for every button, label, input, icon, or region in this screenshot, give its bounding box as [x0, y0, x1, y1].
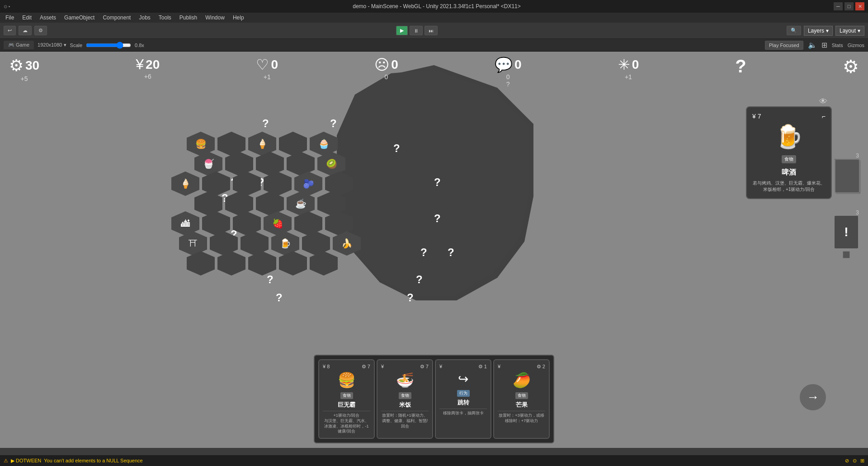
face-value: 0 [391, 57, 398, 72]
audio-icon[interactable]: 🔈 [808, 41, 817, 49]
hand-card-2-cost: ¥ [381, 364, 384, 370]
scale-label: Scale [70, 43, 83, 48]
hand-card-3-cost: ¥ [439, 364, 442, 370]
play-button[interactable]: ▶ [396, 26, 408, 35]
scale-slider[interactable] [86, 42, 131, 49]
status-icon-2[interactable]: ⊙ [853, 458, 857, 464]
stat-face: ☹ 0 0 [374, 56, 398, 88]
next-arrow-icon: → [807, 390, 819, 404]
resolution-selector[interactable]: 1920x1080 ▾ [38, 42, 66, 48]
stacked-cards-1[interactable]: 3 [834, 158, 859, 192]
gear-main-icon: ⚙ [9, 56, 24, 75]
card-cost-symbol: ¥ [752, 113, 756, 120]
card-cost: ¥ 7 ⌐ [752, 113, 826, 120]
menu-bar: File Edit Assets GameObject Component Jo… [0, 13, 868, 23]
menu-tools[interactable]: Tools [155, 14, 175, 22]
history-button[interactable]: ↩ [4, 26, 16, 35]
settings-small-button[interactable]: ⚙ [34, 26, 47, 35]
stats-top: ⚙ 30 +5 ¥ 20 +6 ♡ 0 +1 ☹ 0 [0, 56, 868, 88]
stats-button[interactable]: Stats [832, 43, 843, 48]
search-button[interactable]: 🔍 [787, 26, 801, 35]
stat-heart: ♡ 0 +1 [256, 56, 278, 88]
gear-plus: +5 [21, 75, 28, 82]
menu-publish[interactable]: Publish [176, 14, 201, 22]
layers-dropdown[interactable]: Layers ▾ [804, 26, 833, 36]
stat-help[interactable]: ? [735, 56, 746, 88]
cloud-button[interactable]: ☁ [19, 26, 32, 35]
gizmos-button[interactable]: Gizmos [848, 43, 864, 48]
layout-dropdown[interactable]: Layout ▾ [835, 26, 864, 36]
sun-icon: ✳ [618, 56, 630, 73]
svg-marker-1 [337, 70, 529, 296]
hand-card-4-desc: 放置时：+3驱动力，或移移除时：+7驱动力 [498, 413, 545, 423]
hand-card-mango[interactable]: ¥ ⚙ 2 🥭 食物 芒果 放置时：+3驱动力，或移移除时：+7驱动力 [493, 359, 550, 439]
sun-plus: +1 [625, 73, 632, 81]
hand-card-3-gear: ⚙ 1 [478, 364, 487, 370]
status-icon-1[interactable]: ⊘ [845, 458, 849, 464]
hex-cell-empty-24[interactable] [279, 251, 307, 276]
stat-sun: ✳ 0 +1 [618, 56, 639, 88]
card-name: 啤酒 [752, 168, 826, 177]
main-card[interactable]: ¥ 7 ⌐ 🍺 食物 啤酒 若与烤鸡、汉堡、巨无霸、爆米花、米饭相邻，+1驱动力… [746, 106, 832, 199]
step-button[interactable]: ⏭ [425, 26, 438, 35]
hex-cell-empty-23[interactable] [248, 251, 276, 276]
stacked-cards-2[interactable]: 3 ! [834, 215, 859, 258]
menu-assets[interactable]: Assets [36, 14, 60, 22]
menu-gameobject[interactable]: GameObject [61, 14, 98, 22]
display-icon[interactable]: ⊞ [821, 41, 827, 49]
scale-value: 0.8x [135, 43, 144, 48]
pause-button[interactable]: ⏸ [410, 26, 423, 35]
next-button[interactable]: → [798, 383, 827, 412]
hand-card-1-tag: 食物 [340, 392, 353, 399]
heart-plus: +1 [264, 73, 271, 81]
speech-value: 0 [514, 57, 522, 72]
game-tab-icon: 🎮 [8, 42, 14, 48]
settings-icon: ⚙ [843, 56, 859, 77]
card-eye-icon[interactable]: 👁 [746, 97, 832, 106]
face-plus: 0 [385, 73, 388, 81]
bottom-hand: ¥ 8 ⚙ 7 🍔 食物 巨无霸 +1驱动力/回合与汉堡、巨无霸、汽水、冰激凌、… [314, 355, 554, 443]
hand-card-2-gear: ⚙ 7 [420, 364, 429, 370]
hand-card-2-tag: 食物 [399, 392, 411, 399]
game-tab[interactable]: 🎮 Game [4, 41, 34, 49]
menu-component[interactable]: Component [99, 14, 134, 22]
hand-card-2-desc: 放置时：随机+1驱动力、调整、健康、福利、智慧/回合 [381, 413, 429, 429]
hand-card-4-gear: ⚙ 2 [537, 364, 545, 370]
menu-help[interactable]: Help [229, 14, 248, 22]
hand-card-rice[interactable]: ¥ ⚙ 7 🍜 食物 米饭 放置时：随机+1驱动力、调整、健康、福利、智慧/回合 [377, 359, 433, 439]
hex-cell-empty-22[interactable] [217, 251, 245, 276]
hand-card-4-name: 芒果 [498, 401, 545, 409]
minimize-button[interactable]: ─ [834, 2, 843, 10]
game-area: ⚙ 30 +5 ¥ 20 +6 ♡ 0 +1 ☹ 0 [0, 52, 868, 448]
yen-plus: +6 [144, 73, 151, 80]
layers-label: Layers [808, 28, 824, 34]
hex-cell-empty-25[interactable] [310, 251, 338, 276]
gear-value: 30 [25, 58, 39, 73]
menu-file[interactable]: File [2, 14, 18, 22]
hex-grid: 🍔 🍦 🧁 🍧 🥝 🍦 🫐 ☕ [162, 131, 362, 276]
hand-card-jump[interactable]: ¥ ⚙ 1 ↪ 行为 跳转 移除两张卡，抽两张卡 [435, 359, 491, 439]
menu-jobs[interactable]: Jobs [135, 14, 154, 22]
stat-gear: ⚙ 30 +5 [9, 56, 39, 88]
window-title: demo - MainScene - WebGL - Unity 2021.3.… [40, 3, 834, 10]
card-desc: 若与烤鸡、汉堡、巨无霸、爆米花、米饭相邻，+1驱动力/回合 [752, 180, 826, 193]
maximize-button[interactable]: □ [844, 2, 854, 10]
play-focused-button[interactable]: Play Focused [765, 41, 803, 50]
card-corner-bracket: ⌐ [822, 113, 826, 120]
hand-card-4-tag: 食物 [515, 392, 528, 399]
hex-cell-empty-21[interactable] [187, 251, 215, 276]
speech-icon: 💬 [495, 56, 513, 73]
menu-edit[interactable]: Edit [19, 14, 35, 22]
stack-count-2: 3 [856, 209, 859, 216]
hand-card-3-tag: 行为 [457, 390, 470, 397]
help-icon: ? [735, 56, 746, 76]
close-button[interactable]: ✕ [855, 2, 864, 10]
status-icon-3[interactable]: ⊞ [860, 458, 864, 464]
stat-settings[interactable]: ⚙ [843, 56, 859, 88]
menu-window[interactable]: Window [202, 14, 228, 22]
face-icon: ☹ [374, 56, 389, 73]
qmark-bottom-1: ? [276, 291, 283, 304]
hand-card-3-name: 跳转 [439, 399, 487, 407]
qmark-bottom-2: ? [407, 291, 414, 304]
hand-card-burger[interactable]: ¥ 8 ⚙ 7 🍔 食物 巨无霸 +1驱动力/回合与汉堡、巨无霸、汽水、冰激凌、… [318, 359, 375, 439]
